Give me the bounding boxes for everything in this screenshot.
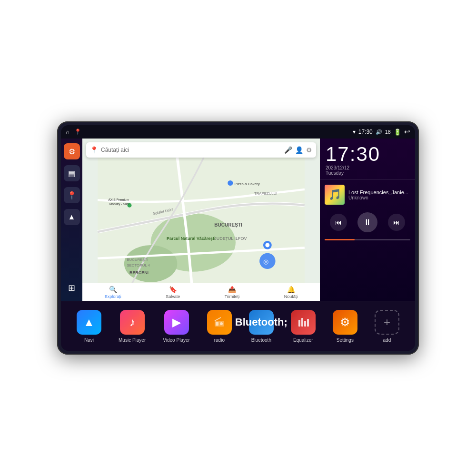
track-name: Lost Frequencies_Janie... (348, 189, 410, 195)
sidebar-location-btn[interactable]: 📍 (64, 187, 80, 203)
prev-track-btn[interactable]: ⏮ (330, 214, 347, 231)
add-label: add (383, 337, 391, 343)
settings-map-icon[interactable]: ⚙ (306, 146, 312, 154)
svg-text:◎: ◎ (263, 258, 268, 265)
sidebar-settings-btn[interactable]: ⚙ (64, 143, 80, 159)
svg-rect-26 (301, 318, 303, 327)
settings-icon-symbol: ⚙ (340, 316, 350, 329)
home-icon[interactable]: ⌂ (66, 129, 69, 136)
video-icon-symbol: ▶ (172, 316, 181, 329)
location-status-icon[interactable]: 📍 (74, 129, 81, 135)
bluetooth-icon-symbol: Bluetooth; (235, 316, 288, 328)
music-icon-symbol: ♪ (129, 316, 135, 329)
svg-point-19 (265, 243, 269, 247)
clock-day-text: Tuesday (326, 170, 344, 176)
news-icon: 🔔 (287, 286, 295, 293)
app-item-equalizer[interactable]: Equalizer (291, 310, 316, 343)
svg-text:BERCENI: BERCENI (129, 270, 149, 275)
clock-date-text: 2023/12/12 (326, 165, 349, 170)
battery-level: 18 (385, 129, 391, 135)
clock-date: 2023/12/12 Tuesday (326, 165, 409, 176)
svg-rect-25 (298, 320, 300, 327)
wifi-icon: ▾ (353, 129, 356, 135)
next-track-btn[interactable]: ⏭ (388, 214, 405, 231)
app-item-video-player[interactable]: ▶ Video Player (163, 310, 190, 343)
sidebar-files-btn[interactable]: ▤ (64, 165, 80, 181)
svg-text:TRAPEZULUI: TRAPEZULUI (254, 191, 278, 196)
music-controls: ⏮ ⏸ ⏭ (325, 209, 410, 235)
saved-icon: 🔖 (169, 286, 177, 293)
svg-text:JUDEȚUL ILFOV: JUDEȚUL ILFOV (214, 236, 247, 241)
status-right-area: ▾ 17:30 🔊 18 🔋 ↩ (353, 128, 410, 136)
explore-icon: 🔍 (109, 286, 117, 293)
map-search-bar[interactable]: 📍 Căutați aici 🎤 👤 ⚙ (86, 142, 316, 158)
radio-icon (207, 310, 232, 335)
right-panel: 17:30 2023/12/12 Tuesday 🎵 Lost Fr (320, 139, 415, 301)
pause-btn[interactable]: ⏸ (357, 212, 377, 232)
svg-text:AXIS Premium: AXIS Premium (108, 198, 129, 201)
back-icon[interactable]: ↩ (404, 128, 410, 136)
add-icon-symbol: + (384, 316, 390, 329)
mic-icon[interactable]: 🎤 (284, 146, 292, 154)
send-icon: 📤 (228, 286, 236, 293)
google-maps-pin-icon: 📍 (90, 146, 98, 154)
app-item-settings[interactable]: ⚙ Settings (333, 310, 357, 343)
clock-section: 17:30 2023/12/12 Tuesday (320, 139, 415, 180)
map-nav-saved[interactable]: 🔖 Salvate (166, 286, 180, 299)
app-item-bluetooth[interactable]: Bluetooth; Bluetooth (249, 310, 274, 343)
map-nav-send[interactable]: 📤 Trimiteți (225, 286, 240, 299)
navi-label: Navi (84, 337, 94, 343)
svg-text:BUCUREȘTI: BUCUREȘTI (127, 258, 148, 262)
status-left-icons: ⌂ 📍 (66, 129, 81, 136)
pause-icon: ⏸ (363, 218, 372, 228)
album-art-icon: 🎵 (328, 188, 341, 201)
music-track-info: 🎵 Lost Frequencies_Janie... Unknown (325, 185, 410, 205)
svg-rect-22 (216, 322, 218, 326)
music-player-label: Music Player (119, 337, 146, 343)
map-svg: Splaiul Unirii Parcul Natural Văcărești … (82, 158, 320, 301)
search-placeholder-text: Căutați aici (101, 147, 281, 153)
app-item-music-player[interactable]: ♪ Music Player (119, 310, 146, 343)
equalizer-icon (291, 310, 316, 335)
app-item-navi[interactable]: ▲ Navi (77, 310, 101, 343)
car-display-device: ⌂ 📍 ▾ 17:30 🔊 18 🔋 ↩ ⚙ ▤ (57, 121, 419, 355)
navi-icon: ▲ (77, 310, 101, 335)
volume-icon: 🔊 (376, 129, 382, 135)
map-nav-news[interactable]: 🔔 Noutăți (284, 286, 298, 299)
music-section: 🎵 Lost Frequencies_Janie... Unknown ⏮ ⏸ (320, 180, 415, 301)
album-art: 🎵 (325, 185, 345, 205)
track-artist: Unknown (348, 195, 410, 200)
sidebar-apps-btn[interactable]: ⊞ (64, 280, 80, 296)
map-nav-explore[interactable]: 🔍 Explorați (105, 286, 121, 299)
folder-icon: ▤ (68, 169, 75, 178)
sidebar-nav-btn[interactable]: ▲ (64, 209, 80, 225)
left-sidebar: ⚙ ▤ 📍 ▲ ⊞ (61, 139, 82, 301)
map-background: 📍 Căutați aici 🎤 👤 ⚙ (82, 139, 320, 301)
video-player-label: Video Player (163, 337, 190, 343)
app-item-radio[interactable]: radio (207, 310, 232, 343)
explore-label: Explorați (105, 294, 121, 299)
music-progress-bar[interactable] (325, 239, 410, 240)
svg-line-24 (215, 317, 221, 321)
radio-label: radio (214, 337, 225, 343)
saved-label: Salvate (166, 294, 180, 299)
app-grid-bar: ▲ Navi ♪ Music Player ▶ Video Player (61, 301, 415, 351)
svg-text:Parcul Natural Văcărești: Parcul Natural Văcărești (167, 236, 215, 241)
bluetooth-label: Bluetooth (251, 337, 271, 343)
svg-rect-28 (307, 319, 309, 327)
next-icon: ⏭ (393, 218, 400, 226)
app-item-add[interactable]: + add (375, 310, 399, 343)
account-icon[interactable]: 👤 (295, 146, 303, 154)
status-bar: ⌂ 📍 ▾ 17:30 🔊 18 🔋 ↩ (61, 125, 415, 139)
bluetooth-icon: Bluetooth; (249, 310, 274, 335)
navigation-icon: ▲ (68, 213, 76, 221)
main-content-area: ⚙ ▤ 📍 ▲ ⊞ (61, 139, 415, 301)
status-time: 17:30 (358, 129, 373, 135)
apps-grid-icon: ⊞ (68, 283, 75, 293)
battery-icon: 🔋 (394, 129, 401, 136)
add-icon: + (375, 310, 399, 335)
map-pin-icon: 📍 (67, 191, 77, 200)
svg-text:Mobility - Sud: Mobility - Sud (109, 202, 129, 206)
map-bottom-nav: 🔍 Explorați 🔖 Salvate 📤 Trimiteți (82, 283, 320, 301)
svg-text:BUCUREȘTI: BUCUREȘTI (214, 222, 242, 228)
